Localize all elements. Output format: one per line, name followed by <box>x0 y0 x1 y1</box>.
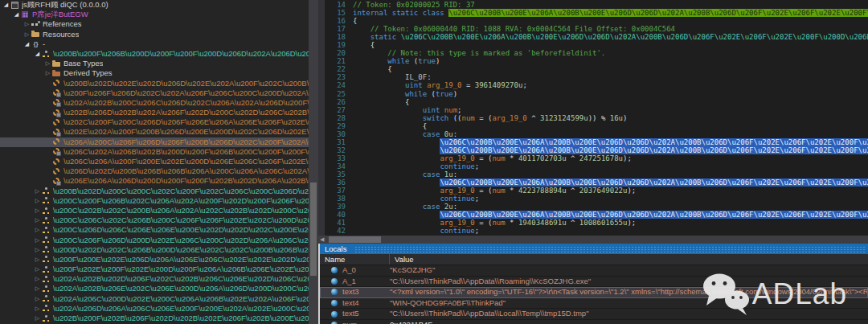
locals-row[interactable]: text5"C:\\Users\\ThinkPad\\AppData\\Loca… <box>320 309 868 320</box>
tree-item-class[interactable]: ◢\u200B\u200F\u206B\u200D\u200F\u200F\u2… <box>0 49 309 59</box>
tree-item-class[interactable]: ▷\u200D\u202D\u202C\u206B\u200D\u206E\u2… <box>0 245 309 255</box>
code-line[interactable]: 18 static \u206C\u200B\u200E\u206A\u200B… <box>325 33 868 41</box>
code-line[interactable]: 14// Token: 0x02000025 RID: 37 <box>325 1 868 9</box>
tree-item-folder[interactable]: ▷Base Types <box>0 59 309 68</box>
tree-expander-icon[interactable]: ▷ <box>33 274 42 284</box>
tree-item-folder-derived[interactable]: ▷Derived Types <box>0 68 309 78</box>
tree-expander-icon[interactable]: ▷ <box>33 255 42 265</box>
code-line[interactable]: 17 // Token: 0x06000440 RID: 1088 RVA: 0… <box>325 25 868 33</box>
locals-row[interactable]: A_1"C:\\Users\\ThinkPad\\AppData\\Roamin… <box>320 277 868 288</box>
code-line[interactable]: 35 case 1u: <box>325 170 868 178</box>
tree-expander-icon[interactable]: ◢ <box>23 39 31 49</box>
tree-item-assembly[interactable]: ◢js顾RFH顾 diQC (0.0.0.0) <box>0 0 309 10</box>
tree-expander-icon[interactable]: ▷ <box>33 284 42 293</box>
code-line[interactable]: 22 { <box>325 65 868 73</box>
tree-item-class[interactable]: ▷\u202B\u200F\u202B\u206F\u202D\u202B\u2… <box>0 314 309 323</box>
code-line[interactable]: 19 { <box>325 41 868 49</box>
tree-item-references[interactable]: ▷References <box>0 19 309 29</box>
tree-expander-icon[interactable]: ▷ <box>23 30 31 39</box>
locals-row[interactable]: A_0"KcSOZJHG" <box>320 265 868 277</box>
tree-item-method[interactable]: \u206D\u202D\u200B\u206B\u206B\u206A\u20… <box>0 166 309 176</box>
tree-expander-icon[interactable]: ▷ <box>33 294 42 304</box>
tree-expander-icon[interactable]: ◢ <box>33 49 42 59</box>
tree-expander-icon[interactable]: ▷ <box>33 314 42 323</box>
breakpoint-gutter[interactable] <box>318 0 325 236</box>
locals-title-bar[interactable]: Locals <box>320 244 868 254</box>
code-line[interactable]: 39 case 2u: <box>325 203 868 211</box>
tree-item-namespace[interactable]: ◢{}- <box>0 39 309 49</box>
tree-item-class[interactable]: ▷\u202A\u202B\u206E\u202C\u206E\u200D\u2… <box>0 284 309 293</box>
tree-item-method[interactable]: \u206E\u206A\u206D\u200D\u200F\u200F\u20… <box>0 176 309 186</box>
code-line[interactable]: 25 while (true) <box>325 90 868 98</box>
tree-item-class[interactable]: ▷\u200C\u206F\u206D\u200D\u202E\u206C\u2… <box>0 236 309 245</box>
tree-item-class[interactable]: ▷\u200C\u202B\u202C\u200B\u206A\u202A\u2… <box>0 206 309 215</box>
code-line[interactable]: 36 \u206C\u200B\u200E\u206A\u200B\u200E\… <box>325 178 868 187</box>
tree-item-class[interactable]: ▷\u202A\u206C\u200D\u202E\u200C\u206A\u2… <box>0 294 309 304</box>
tree-item-method[interactable]: \u206A\u200C\u206F\u206D\u206F\u200B\u20… <box>0 137 309 147</box>
code-line[interactable]: 42 continue; <box>325 227 868 235</box>
scroll-left-arrow-icon[interactable]: ◀ <box>320 236 324 244</box>
code-line[interactable]: 21 while (true) <box>325 57 868 65</box>
code-line[interactable]: 34 continue; <box>325 162 868 170</box>
tree-item-class[interactable]: ▷\u202A\u202B\u202D\u206F\u202C\u202B\u2… <box>0 274 309 284</box>
tree-expander-icon[interactable]: ▷ <box>33 206 42 215</box>
tree-item-method[interactable]: \u202B\u206D\u202B\u202A\u206F\u202D\u20… <box>0 108 309 117</box>
tree-item-method[interactable]: \u202A\u202B\u200C\u206C\u206D\u202C\u20… <box>0 98 309 108</box>
code-line[interactable]: 27 uint num; <box>325 106 868 114</box>
code-line[interactable]: 32 \u206C\u200B\u200E\u206A\u200B\u200E\… <box>325 146 868 154</box>
code-line[interactable]: 33 arg_19_0 = (num * 4011702703u ^ 24725… <box>325 154 868 162</box>
tree-expander-icon[interactable]: ▷ <box>33 215 42 225</box>
code-line[interactable]: 29 { <box>325 122 868 130</box>
locals-row[interactable]: num0x42211B4F <box>320 320 868 324</box>
code-line[interactable]: 30 case 0u: <box>325 130 868 138</box>
tree-expander-icon[interactable]: ▷ <box>33 304 42 314</box>
code-line[interactable]: 23 IL_0F: <box>325 73 868 81</box>
tree-expander-icon[interactable]: ▷ <box>33 187 42 196</box>
column-header-value[interactable]: Value <box>390 254 414 265</box>
tree-expander-icon[interactable]: ◢ <box>2 0 10 10</box>
code-line[interactable]: 41 arg_19_0 = (num * 1940348691u ^ 10086… <box>325 219 868 227</box>
code-line[interactable]: 16{ <box>325 17 868 25</box>
tree-expander-icon[interactable]: ▷ <box>33 196 42 206</box>
tree-expander-icon[interactable]: ▷ <box>33 236 42 245</box>
tree-expander-icon[interactable]: ▷ <box>33 225 42 235</box>
code-editor[interactable]: 14// Token: 0x02000025 RID: 3715internal… <box>318 0 868 236</box>
tree-item-method[interactable]: \u200F\u206F\u206D\u202C\u202A\u206F\u20… <box>0 88 309 98</box>
tree-expander-icon[interactable]: ▷ <box>43 68 52 78</box>
tree-item-method[interactable]: \u200B\u202D\u202E\u202D\u206D\u202E\u20… <box>0 79 309 88</box>
tree-item-method[interactable]: \u206C\u206A\u200F\u200E\u202E\u200D\u20… <box>0 157 309 166</box>
tree-item-method[interactable]: \u202C\u200F\u200C\u206D\u206F\u206E\u20… <box>0 117 309 127</box>
tree-expander-icon[interactable]: ◢ <box>12 10 21 19</box>
code-line[interactable]: 24 uint arg_19_0 = 3961409270u; <box>325 81 868 89</box>
tree-vertical-scrollbar[interactable] <box>309 0 318 324</box>
code-line[interactable]: 15internal static class \u206C\u200B\u20… <box>325 9 868 17</box>
code-line[interactable]: 28 switch ((num = (arg_19_0 ^ 3123124599… <box>325 114 868 122</box>
code-line[interactable]: 26 { <box>325 98 868 106</box>
locals-row[interactable]: text4"WIN-QOHDG9FA0BF\\ThinkPad" <box>320 298 868 310</box>
code-line[interactable]: 38 continue; <box>325 195 868 203</box>
tree-expander-icon[interactable]: ▷ <box>33 265 42 274</box>
column-header-name[interactable]: Name <box>320 254 390 265</box>
tree-scrollbar-thumb[interactable] <box>310 183 317 276</box>
tree-item-module[interactable]: ◢P席je洋ButEGW <box>0 10 309 19</box>
tree-item-folder[interactable]: ▷Resources <box>0 30 309 39</box>
tree-item-method[interactable]: \u206C\u202A\u206B\u202B\u200D\u200F\u20… <box>0 147 309 157</box>
tree-expander-icon[interactable]: ▷ <box>43 59 52 68</box>
code-line[interactable]: 37 arg_19_0 = (num * 4223788894u ^ 20376… <box>325 187 868 195</box>
code-hscrollbar-thumb[interactable] <box>329 236 381 243</box>
tree-expander-icon[interactable]: ▷ <box>33 245 42 255</box>
tree-item-method[interactable]: \u202E\u202A\u200F\u200B\u206D\u200E\u20… <box>0 127 309 137</box>
code-line[interactable]: 40 \u206C\u200B\u200E\u206A\u200B\u200E\… <box>325 211 868 219</box>
code-line[interactable]: 20 // Note: this type is marked as 'befo… <box>325 49 868 57</box>
tree-item-class[interactable]: ▷\u200B\u202D\u200C\u200C\u202C\u200F\u2… <box>0 187 309 196</box>
tree-item-class[interactable]: ▷\u200F\u200E\u202E\u206D\u206A\u206E\u2… <box>0 255 309 265</box>
code-line[interactable]: 31 \u206C\u200B\u200E\u206A\u200B\u200E\… <box>325 138 868 146</box>
tree-item-class[interactable]: ▷\u200C\u206D\u206C\u206E\u206E\u200E\u2… <box>0 225 309 235</box>
code-horizontal-scrollbar[interactable]: ◀ <box>318 236 868 244</box>
tree-item-class[interactable]: ▷\u200C\u206C\u202C\u206B\u200C\u206F\u2… <box>0 215 309 225</box>
tree-item-class[interactable]: ▷\u200C\u200F\u206B\u202C\u206A\u202A\u2… <box>0 196 309 206</box>
tree-item-class[interactable]: ▷\u200F\u202E\u200F\u202E\u200D\u200F\u2… <box>0 265 309 274</box>
tree-expander-icon[interactable]: ▷ <box>23 19 31 29</box>
tree-item-class[interactable]: ▷\u202A\u206D\u206A\u206C\u206E\u200F\u2… <box>0 304 309 314</box>
locals-row[interactable]: text3"<?xml version=\"1.0\" encoding=\"U… <box>320 287 868 298</box>
